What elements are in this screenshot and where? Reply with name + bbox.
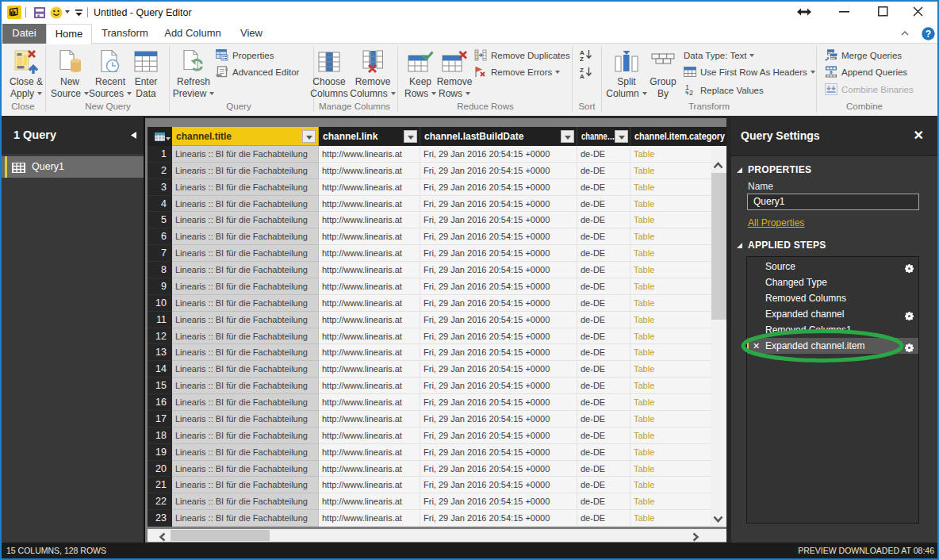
svg-text:2: 2 <box>689 89 693 96</box>
svg-text:A: A <box>580 73 584 79</box>
svg-text:?: ? <box>926 29 931 40</box>
svg-text:Z: Z <box>580 56 584 62</box>
